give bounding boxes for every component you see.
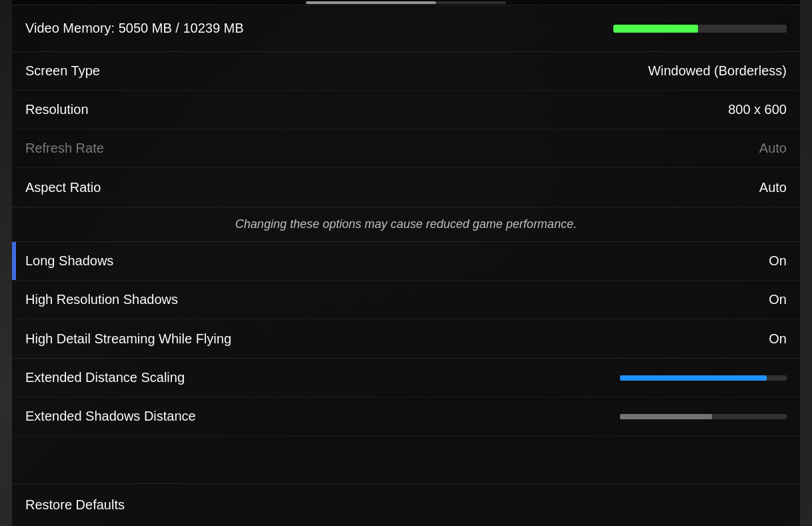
extended-distance-scaling-fill [620,375,767,381]
resolution-value: 800 x 600 [728,102,787,117]
warning-row: Changing these options may cause reduced… [12,207,800,242]
extended-shadows-distance-row[interactable]: Extended Shadows Distance [12,397,800,436]
high-resolution-shadows-label: High Resolution Shadows [25,292,178,307]
high-resolution-shadows-row[interactable]: High Resolution Shadows On [12,281,800,319]
aspect-ratio-label: Aspect Ratio [25,180,101,195]
restore-defaults-row[interactable]: Restore Defaults [12,483,800,526]
refresh-rate-label: Refresh Rate [25,141,104,156]
aspect-ratio-value: Auto [759,180,787,195]
row-indicator [12,242,16,280]
long-shadows-label: Long Shadows [25,253,113,269]
extended-distance-scaling-label: Extended Distance Scaling [25,370,185,385]
graphics-settings-section: Long Shadows On High Resolution Shadows … [12,242,800,359]
extended-shadows-distance-label: Extended Shadows Distance [25,409,196,424]
screen-type-value: Windowed (Borderless) [648,63,787,79]
vram-bar-fill [613,25,698,33]
long-shadows-row[interactable]: Long Shadows On [12,242,800,281]
high-detail-streaming-label: High Detail Streaming While Flying [25,331,231,347]
extended-shadows-distance-fill [620,414,712,419]
video-memory-row: Video Memory: 5050 MB / 10239 MB [12,5,800,52]
extended-distance-scaling-slider[interactable] [620,375,787,381]
display-settings-section: Screen Type Windowed (Borderless) Resolu… [12,52,800,207]
screen-type-row[interactable]: Screen Type Windowed (Borderless) [12,52,800,91]
long-shadows-value: On [769,253,787,269]
video-memory-label: Video Memory: 5050 MB / 10239 MB [25,21,244,36]
top-progress-fill [306,1,436,4]
high-resolution-shadows-value: On [769,292,787,307]
settings-panel: Video Memory: 5050 MB / 10239 MB Screen … [12,0,800,526]
top-progress-track [306,1,506,4]
restore-defaults-label: Restore Defaults [25,497,125,513]
warning-text: Changing these options may cause reduced… [235,217,577,231]
vram-bar-track [613,25,787,33]
aspect-ratio-row[interactable]: Aspect Ratio Auto [12,168,800,207]
screen-type-label: Screen Type [25,63,100,79]
refresh-rate-row[interactable]: Refresh Rate Auto [12,129,800,168]
high-detail-streaming-row[interactable]: High Detail Streaming While Flying On [12,319,800,358]
top-progress-bar [12,0,800,5]
resolution-label: Resolution [25,102,89,117]
resolution-row[interactable]: Resolution 800 x 600 [12,91,800,129]
extended-distance-scaling-row[interactable]: Extended Distance Scaling [12,359,800,397]
extended-shadows-distance-slider[interactable] [620,414,787,419]
high-detail-streaming-value: On [769,331,787,347]
refresh-rate-value: Auto [759,141,787,156]
